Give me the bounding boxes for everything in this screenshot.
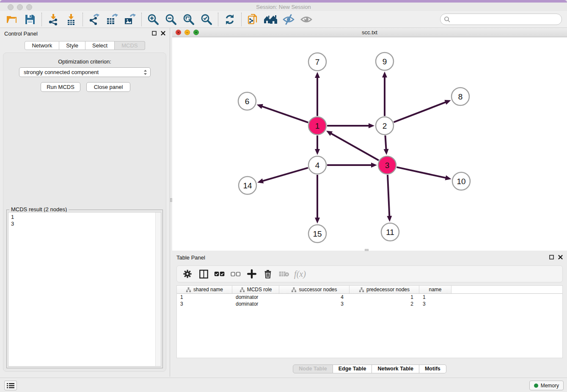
home-layout-button[interactable] xyxy=(262,12,280,27)
criterion-value: strongly connected component xyxy=(24,69,99,75)
network-window-titlebar[interactable]: ✕ − + scc.txt xyxy=(172,28,567,37)
export-network-icon xyxy=(88,13,101,26)
search-icon xyxy=(444,16,451,23)
create-column-button[interactable] xyxy=(244,267,260,281)
graph-edge[interactable] xyxy=(388,175,389,217)
tab-node-table[interactable]: Node Table xyxy=(293,364,333,373)
cell-successor-nodes[interactable]: 3 xyxy=(279,301,350,307)
tab-select[interactable]: Select xyxy=(85,41,115,50)
edge-arrowhead xyxy=(371,163,377,168)
import-table-button[interactable] xyxy=(62,12,80,27)
fit-content-button[interactable] xyxy=(180,12,198,27)
cell-shared-name[interactable]: 1 xyxy=(177,294,232,301)
run-mcds-button[interactable]: Run MCDS xyxy=(41,82,80,92)
tab-mcds[interactable]: MCDS xyxy=(115,41,145,50)
result-scrollbar[interactable] xyxy=(155,213,161,366)
graph-node-label: 14 xyxy=(243,181,252,190)
table-tabs: Node Table Edge Table Network Table Moti… xyxy=(172,364,567,373)
export-network-button[interactable] xyxy=(85,12,103,27)
show-column-panel-button[interactable] xyxy=(195,267,212,281)
tab-network-table[interactable]: Network Table xyxy=(372,364,419,373)
tab-edge-table[interactable]: Edge Table xyxy=(333,364,372,373)
edge-arrowhead xyxy=(387,216,392,222)
graph-node-label: 9 xyxy=(383,57,387,66)
edge-arrowhead xyxy=(384,149,389,155)
tab-motifs[interactable]: Motifs xyxy=(419,364,446,373)
cell-predecessor-nodes[interactable]: 1 xyxy=(350,294,419,301)
search-input[interactable] xyxy=(440,14,562,25)
float-panel-icon[interactable] xyxy=(152,31,157,36)
open-session-button[interactable] xyxy=(3,12,21,27)
column-header-name[interactable]: name xyxy=(419,286,451,293)
table-settings-button[interactable] xyxy=(179,267,195,281)
graph-edge[interactable] xyxy=(394,102,446,122)
table-row[interactable]: 3 dominator 3 2 3 xyxy=(177,301,562,307)
edge-arrowhead xyxy=(315,218,320,224)
close-panel-icon[interactable] xyxy=(558,255,563,259)
table-row[interactable]: 1 dominator 4 1 1 xyxy=(177,294,562,301)
tab-style[interactable]: Style xyxy=(59,41,85,50)
cell-mcds-role[interactable]: dominator xyxy=(232,301,279,307)
cell-name[interactable]: 1 xyxy=(419,294,451,301)
table-header-row: shared name MCDS role successor nodes pr… xyxy=(177,286,562,294)
search-field[interactable] xyxy=(451,14,561,25)
graph-edge[interactable] xyxy=(330,133,379,160)
column-header-successor-nodes[interactable]: successor nodes xyxy=(279,286,350,293)
export-table-button[interactable] xyxy=(103,12,121,27)
main-toolbar xyxy=(0,11,567,28)
graph-node-label: 1 xyxy=(315,121,320,130)
select-all-button[interactable] xyxy=(212,267,228,281)
cell-predecessor-nodes[interactable]: 2 xyxy=(350,301,419,307)
graph-edge[interactable] xyxy=(262,168,308,181)
graph-node-label: 11 xyxy=(386,228,394,237)
graph-edge[interactable] xyxy=(385,135,386,150)
export-image-button[interactable] xyxy=(121,12,139,27)
tab-network[interactable]: Network xyxy=(25,41,59,50)
import-network-button[interactable] xyxy=(44,12,62,27)
memory-button[interactable]: Memory xyxy=(529,381,564,390)
column-header-mcds-role[interactable]: MCDS role xyxy=(232,286,279,293)
close-panel-icon[interactable] xyxy=(161,31,165,36)
clone-network-button[interactable] xyxy=(244,12,262,27)
optimization-criterion-label: Optimization criterion: xyxy=(3,58,166,65)
graph-edge[interactable] xyxy=(261,106,308,123)
show-graphics-button[interactable] xyxy=(297,12,315,27)
close-panel-button[interactable]: Close panel xyxy=(86,82,130,92)
cell-successor-nodes[interactable]: 4 xyxy=(279,294,350,301)
refresh-icon xyxy=(223,13,236,26)
edge-arrowhead xyxy=(382,72,387,77)
zoom-selected-button[interactable] xyxy=(198,12,215,27)
column-header-shared-name[interactable]: shared name xyxy=(177,286,232,293)
float-panel-icon[interactable] xyxy=(549,255,554,259)
vertical-splitter-handle[interactable] xyxy=(170,198,172,202)
delete-column-button[interactable] xyxy=(260,267,276,281)
horizontal-splitter-handle[interactable] xyxy=(365,249,369,251)
cell-mcds-role[interactable]: dominator xyxy=(232,294,279,301)
zoom-selected-icon xyxy=(200,13,213,26)
graph-canvas[interactable]: 7968124314101511 xyxy=(172,37,567,251)
mcds-result-box[interactable]: 1 3 xyxy=(8,212,161,367)
column-header-predecessor-nodes[interactable]: predecessor nodes xyxy=(350,286,419,293)
delete-table-button[interactable] xyxy=(276,267,292,281)
cell-name[interactable]: 3 xyxy=(419,301,451,307)
edge-arrowhead xyxy=(445,175,451,180)
network-canvas[interactable]: 7968124314101511 xyxy=(172,37,567,251)
control-panel: Control Panel Network Style Select MCDS … xyxy=(0,28,170,377)
task-history-button[interactable] xyxy=(4,381,17,390)
criterion-dropdown[interactable]: strongly connected component xyxy=(19,67,151,77)
zoom-out-button[interactable] xyxy=(162,12,180,27)
graph-edge[interactable] xyxy=(396,167,446,178)
graph-node-label: 15 xyxy=(313,229,322,238)
zoom-in-button[interactable] xyxy=(144,12,162,27)
delete-table-icon xyxy=(279,271,289,278)
function-builder-button[interactable]: f(x) xyxy=(292,267,308,281)
open-folder-icon xyxy=(6,13,19,26)
zoom-out-icon xyxy=(165,13,177,26)
save-session-button[interactable] xyxy=(21,12,39,27)
cell-shared-name[interactable]: 3 xyxy=(177,301,232,307)
node-table[interactable]: shared name MCDS role successor nodes pr… xyxy=(176,285,563,358)
hide-graphics-button[interactable] xyxy=(280,12,297,27)
result-line: 1 xyxy=(11,214,158,221)
deselect-all-button[interactable] xyxy=(228,267,244,281)
refresh-view-button[interactable] xyxy=(221,12,239,27)
